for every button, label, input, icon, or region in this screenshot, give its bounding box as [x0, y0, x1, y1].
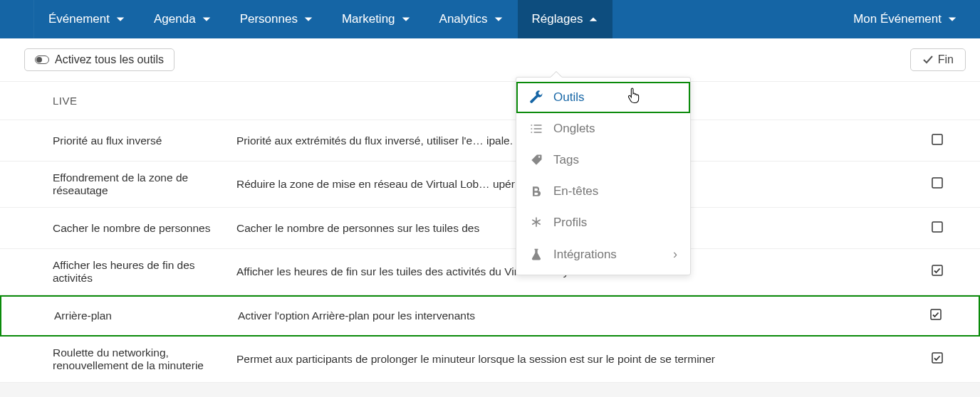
chevron-right-icon: › — [673, 247, 677, 262]
nav-label: Réglages — [532, 12, 583, 26]
dropdown-label: Intégrations — [553, 248, 617, 262]
settings-row: Priorité au flux inverséPriorité aux ext… — [0, 120, 980, 162]
toggle-label: Activez tous les outils — [55, 53, 164, 66]
nav-item-analytics[interactable]: Analytics — [425, 0, 518, 38]
svg-rect-4 — [931, 309, 941, 319]
settings-row: Cacher le nombre de personnesCacher le n… — [0, 208, 980, 249]
nav-item-reglages[interactable]: Réglages — [518, 0, 613, 38]
toggle-all-tools-button[interactable]: Activez tous les outils — [24, 48, 174, 71]
nav-label: Marketing — [342, 12, 395, 26]
setting-checkbox-cell — [895, 167, 980, 201]
svg-rect-5 — [932, 353, 942, 363]
setting-name: Roulette du networking, renouvellement d… — [0, 337, 228, 382]
setting-checkbox-cell — [895, 211, 980, 245]
content-wrapper: Activez tous les outils Fin LIVE Priorit… — [0, 38, 980, 383]
chevron-up-icon — [588, 14, 598, 24]
chevron-down-icon — [303, 14, 313, 24]
svg-rect-0 — [932, 134, 942, 144]
tag-icon — [529, 153, 543, 167]
nav-item-marketing[interactable]: Marketing — [328, 0, 425, 38]
cursor-hand-icon — [627, 86, 642, 105]
flask-icon — [529, 248, 543, 262]
toggle-icon — [35, 55, 49, 64]
settings-row: Roulette du networking, renouvellement d… — [0, 337, 980, 383]
toolbar: Activez tous les outils Fin — [0, 38, 980, 82]
settings-row: Afficher les heures de fin des activités… — [0, 249, 980, 295]
svg-rect-3 — [932, 265, 942, 275]
nav-label: Mon Événement — [853, 12, 942, 26]
nav-item-mon-evenement[interactable]: Mon Événement — [839, 0, 971, 38]
nav-spacer — [9, 0, 34, 38]
dropdown-item-outils[interactable]: Outils — [516, 82, 690, 113]
setting-checkbox-cell — [895, 342, 980, 376]
svg-rect-1 — [932, 178, 942, 188]
chevron-down-icon — [202, 14, 212, 24]
nav-label: Personnes — [240, 12, 298, 26]
dropdown-label: Tags — [553, 153, 579, 167]
svg-rect-2 — [932, 222, 942, 232]
setting-checkbox-cell — [893, 299, 979, 333]
checkbox-checked-icon[interactable] — [932, 265, 943, 276]
fin-label: Fin — [938, 53, 954, 66]
nav-item-agenda[interactable]: Agenda — [140, 0, 226, 38]
dropdown-item-onglets[interactable]: Onglets — [516, 113, 690, 144]
checkbox-checked-icon[interactable] — [930, 309, 942, 320]
dropdown-label: Profils — [553, 216, 587, 230]
dropdown-label: Outils — [553, 90, 584, 105]
reglages-dropdown: Outils Onglets Tags En-têtes Profils Int… — [516, 77, 691, 275]
setting-name: Priorité au flux inversé — [0, 125, 228, 157]
setting-name: Afficher les heures de fin des activités — [0, 249, 228, 295]
setting-checkbox-cell — [895, 124, 980, 158]
chevron-down-icon — [494, 14, 504, 24]
wrench-icon — [529, 90, 543, 105]
checkbox-checked-icon[interactable] — [932, 352, 943, 364]
settings-table: Priorité au flux inverséPriorité aux ext… — [0, 120, 980, 383]
chevron-down-icon — [115, 14, 125, 24]
dropdown-item-integrations[interactable]: Intégrations › — [516, 238, 690, 270]
chevron-down-icon — [947, 14, 957, 24]
setting-name: Effondrement de la zone de réseautage — [0, 162, 228, 207]
setting-checkbox-cell — [895, 255, 980, 289]
nav-label: Événement — [48, 12, 110, 26]
settings-row: Effondrement de la zone de réseautageRéd… — [0, 162, 980, 208]
dropdown-label: Onglets — [553, 122, 595, 136]
setting-description: Activer l'option Arrière-plan pour les i… — [229, 300, 893, 332]
nav-left: Événement Agenda Personnes Marketing Ana… — [34, 0, 612, 38]
dropdown-label: En-têtes — [553, 184, 598, 198]
dropdown-item-profils[interactable]: Profils — [516, 207, 690, 238]
setting-description: Permet aux participants de prolonger le … — [228, 343, 895, 376]
checkbox-unchecked-icon[interactable] — [932, 134, 943, 145]
nav-label: Analytics — [439, 12, 488, 26]
section-header-live: LIVE — [0, 82, 980, 120]
nav-item-evenement[interactable]: Événement — [34, 0, 140, 38]
checkbox-unchecked-icon[interactable] — [932, 177, 943, 189]
checkbox-unchecked-icon[interactable] — [932, 221, 943, 233]
nav-item-personnes[interactable]: Personnes — [226, 0, 328, 38]
settings-row: Arrière-planActiver l'option Arrière-pla… — [0, 295, 980, 337]
fin-button[interactable]: Fin — [910, 48, 966, 71]
dropdown-item-tags[interactable]: Tags — [516, 144, 690, 176]
setting-name: Cacher le nombre de personnes — [0, 212, 228, 245]
dropdown-item-entetes[interactable]: En-têtes — [516, 176, 690, 207]
check-icon — [922, 54, 934, 65]
bold-icon — [529, 184, 543, 198]
nav-label: Agenda — [154, 12, 196, 26]
asterisk-icon — [529, 216, 543, 230]
setting-name: Arrière-plan — [1, 300, 229, 332]
list-icon — [529, 122, 543, 136]
top-navbar: Événement Agenda Personnes Marketing Ana… — [0, 0, 980, 38]
chevron-down-icon — [401, 14, 411, 24]
nav-right: Mon Événement — [839, 0, 971, 38]
